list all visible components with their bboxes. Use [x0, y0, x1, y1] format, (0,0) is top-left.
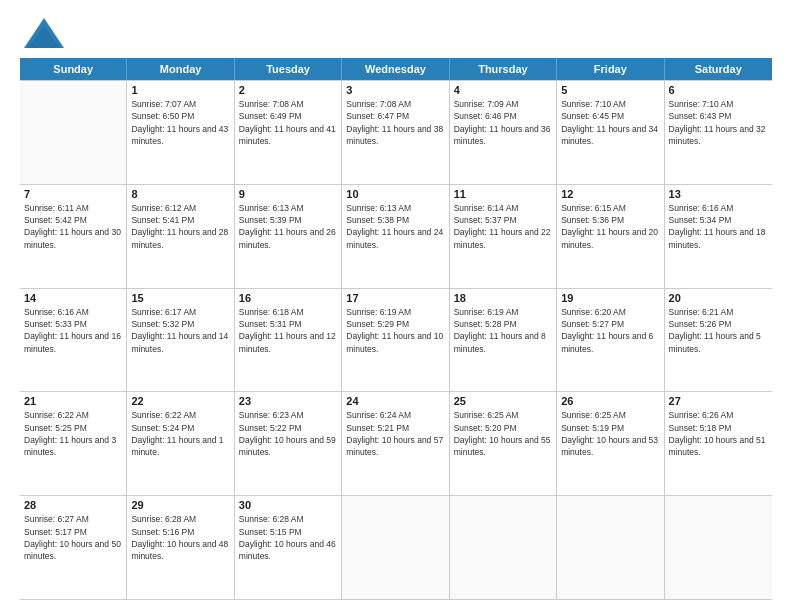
cell-info: Sunrise: 6:16 AM Sunset: 5:34 PM Dayligh… — [669, 202, 768, 251]
cell-info: Sunrise: 6:25 AM Sunset: 5:19 PM Dayligh… — [561, 409, 659, 458]
calendar-cell: 14Sunrise: 6:16 AM Sunset: 5:33 PM Dayli… — [20, 289, 127, 392]
cell-info: Sunrise: 6:25 AM Sunset: 5:20 PM Dayligh… — [454, 409, 552, 458]
cell-info: Sunrise: 6:21 AM Sunset: 5:26 PM Dayligh… — [669, 306, 768, 355]
calendar-body: 1Sunrise: 7:07 AM Sunset: 6:50 PM Daylig… — [20, 80, 772, 600]
cell-info: Sunrise: 7:09 AM Sunset: 6:46 PM Dayligh… — [454, 98, 552, 147]
calendar-cell: 6Sunrise: 7:10 AM Sunset: 6:43 PM Daylig… — [665, 81, 772, 184]
cell-info: Sunrise: 6:22 AM Sunset: 5:25 PM Dayligh… — [24, 409, 122, 458]
calendar-cell: 28Sunrise: 6:27 AM Sunset: 5:17 PM Dayli… — [20, 496, 127, 599]
calendar-cell: 7Sunrise: 6:11 AM Sunset: 5:42 PM Daylig… — [20, 185, 127, 288]
cell-info: Sunrise: 6:19 AM Sunset: 5:29 PM Dayligh… — [346, 306, 444, 355]
logo-icon — [20, 16, 68, 54]
cell-date: 3 — [346, 84, 444, 96]
cell-date: 22 — [131, 395, 229, 407]
cell-date: 20 — [669, 292, 768, 304]
cell-info: Sunrise: 7:10 AM Sunset: 6:43 PM Dayligh… — [669, 98, 768, 147]
calendar-cell: 17Sunrise: 6:19 AM Sunset: 5:29 PM Dayli… — [342, 289, 449, 392]
calendar-week-4: 21Sunrise: 6:22 AM Sunset: 5:25 PM Dayli… — [20, 391, 772, 495]
cell-info: Sunrise: 6:17 AM Sunset: 5:32 PM Dayligh… — [131, 306, 229, 355]
cell-date: 16 — [239, 292, 337, 304]
calendar-cell — [342, 496, 449, 599]
cell-info: Sunrise: 6:13 AM Sunset: 5:39 PM Dayligh… — [239, 202, 337, 251]
cell-date: 19 — [561, 292, 659, 304]
header — [20, 16, 772, 54]
calendar-cell — [20, 81, 127, 184]
weekday-sunday: Sunday — [20, 58, 127, 80]
calendar-cell: 13Sunrise: 6:16 AM Sunset: 5:34 PM Dayli… — [665, 185, 772, 288]
calendar-cell: 9Sunrise: 6:13 AM Sunset: 5:39 PM Daylig… — [235, 185, 342, 288]
calendar-cell — [450, 496, 557, 599]
calendar-cell: 20Sunrise: 6:21 AM Sunset: 5:26 PM Dayli… — [665, 289, 772, 392]
cell-date: 2 — [239, 84, 337, 96]
weekday-tuesday: Tuesday — [235, 58, 342, 80]
weekday-thursday: Thursday — [450, 58, 557, 80]
cell-info: Sunrise: 6:11 AM Sunset: 5:42 PM Dayligh… — [24, 202, 122, 251]
weekday-saturday: Saturday — [665, 58, 772, 80]
cell-date: 28 — [24, 499, 122, 511]
cell-info: Sunrise: 6:22 AM Sunset: 5:24 PM Dayligh… — [131, 409, 229, 458]
cell-date: 25 — [454, 395, 552, 407]
calendar-cell — [557, 496, 664, 599]
cell-date: 10 — [346, 188, 444, 200]
calendar-cell: 3Sunrise: 7:08 AM Sunset: 6:47 PM Daylig… — [342, 81, 449, 184]
cell-date: 30 — [239, 499, 337, 511]
calendar-week-3: 14Sunrise: 6:16 AM Sunset: 5:33 PM Dayli… — [20, 288, 772, 392]
calendar-cell: 15Sunrise: 6:17 AM Sunset: 5:32 PM Dayli… — [127, 289, 234, 392]
cell-info: Sunrise: 6:28 AM Sunset: 5:16 PM Dayligh… — [131, 513, 229, 562]
cell-info: Sunrise: 6:15 AM Sunset: 5:36 PM Dayligh… — [561, 202, 659, 251]
cell-info: Sunrise: 6:16 AM Sunset: 5:33 PM Dayligh… — [24, 306, 122, 355]
cell-info: Sunrise: 6:19 AM Sunset: 5:28 PM Dayligh… — [454, 306, 552, 355]
cell-date: 29 — [131, 499, 229, 511]
cell-date: 5 — [561, 84, 659, 96]
weekday-wednesday: Wednesday — [342, 58, 449, 80]
cell-date: 7 — [24, 188, 122, 200]
cell-info: Sunrise: 7:10 AM Sunset: 6:45 PM Dayligh… — [561, 98, 659, 147]
cell-info: Sunrise: 7:08 AM Sunset: 6:47 PM Dayligh… — [346, 98, 444, 147]
cell-date: 14 — [24, 292, 122, 304]
cell-info: Sunrise: 6:28 AM Sunset: 5:15 PM Dayligh… — [239, 513, 337, 562]
cell-date: 11 — [454, 188, 552, 200]
calendar-cell: 25Sunrise: 6:25 AM Sunset: 5:20 PM Dayli… — [450, 392, 557, 495]
calendar-cell: 2Sunrise: 7:08 AM Sunset: 6:49 PM Daylig… — [235, 81, 342, 184]
cell-info: Sunrise: 6:18 AM Sunset: 5:31 PM Dayligh… — [239, 306, 337, 355]
calendar-header: Sunday Monday Tuesday Wednesday Thursday… — [20, 58, 772, 80]
calendar-cell: 11Sunrise: 6:14 AM Sunset: 5:37 PM Dayli… — [450, 185, 557, 288]
cell-date: 18 — [454, 292, 552, 304]
cell-date: 9 — [239, 188, 337, 200]
cell-date: 27 — [669, 395, 768, 407]
cell-info: Sunrise: 7:07 AM Sunset: 6:50 PM Dayligh… — [131, 98, 229, 147]
calendar-cell: 23Sunrise: 6:23 AM Sunset: 5:22 PM Dayli… — [235, 392, 342, 495]
cell-info: Sunrise: 6:14 AM Sunset: 5:37 PM Dayligh… — [454, 202, 552, 251]
cell-date: 1 — [131, 84, 229, 96]
calendar-cell: 12Sunrise: 6:15 AM Sunset: 5:36 PM Dayli… — [557, 185, 664, 288]
calendar-cell — [665, 496, 772, 599]
cell-info: Sunrise: 6:23 AM Sunset: 5:22 PM Dayligh… — [239, 409, 337, 458]
calendar-week-5: 28Sunrise: 6:27 AM Sunset: 5:17 PM Dayli… — [20, 495, 772, 599]
calendar-cell: 30Sunrise: 6:28 AM Sunset: 5:15 PM Dayli… — [235, 496, 342, 599]
logo — [20, 16, 70, 54]
calendar-cell: 27Sunrise: 6:26 AM Sunset: 5:18 PM Dayli… — [665, 392, 772, 495]
calendar-cell: 21Sunrise: 6:22 AM Sunset: 5:25 PM Dayli… — [20, 392, 127, 495]
calendar-cell: 26Sunrise: 6:25 AM Sunset: 5:19 PM Dayli… — [557, 392, 664, 495]
cell-info: Sunrise: 6:26 AM Sunset: 5:18 PM Dayligh… — [669, 409, 768, 458]
calendar-cell: 19Sunrise: 6:20 AM Sunset: 5:27 PM Dayli… — [557, 289, 664, 392]
cell-info: Sunrise: 6:27 AM Sunset: 5:17 PM Dayligh… — [24, 513, 122, 562]
cell-info: Sunrise: 7:08 AM Sunset: 6:49 PM Dayligh… — [239, 98, 337, 147]
calendar-cell: 16Sunrise: 6:18 AM Sunset: 5:31 PM Dayli… — [235, 289, 342, 392]
cell-info: Sunrise: 6:13 AM Sunset: 5:38 PM Dayligh… — [346, 202, 444, 251]
cell-info: Sunrise: 6:20 AM Sunset: 5:27 PM Dayligh… — [561, 306, 659, 355]
calendar: Sunday Monday Tuesday Wednesday Thursday… — [20, 58, 772, 600]
calendar-cell: 4Sunrise: 7:09 AM Sunset: 6:46 PM Daylig… — [450, 81, 557, 184]
cell-date: 12 — [561, 188, 659, 200]
calendar-cell: 22Sunrise: 6:22 AM Sunset: 5:24 PM Dayli… — [127, 392, 234, 495]
weekday-friday: Friday — [557, 58, 664, 80]
page: Sunday Monday Tuesday Wednesday Thursday… — [0, 0, 792, 612]
cell-date: 23 — [239, 395, 337, 407]
calendar-cell: 8Sunrise: 6:12 AM Sunset: 5:41 PM Daylig… — [127, 185, 234, 288]
cell-date: 21 — [24, 395, 122, 407]
cell-date: 4 — [454, 84, 552, 96]
calendar-week-1: 1Sunrise: 7:07 AM Sunset: 6:50 PM Daylig… — [20, 80, 772, 184]
calendar-cell: 10Sunrise: 6:13 AM Sunset: 5:38 PM Dayli… — [342, 185, 449, 288]
calendar-cell: 1Sunrise: 7:07 AM Sunset: 6:50 PM Daylig… — [127, 81, 234, 184]
cell-date: 17 — [346, 292, 444, 304]
